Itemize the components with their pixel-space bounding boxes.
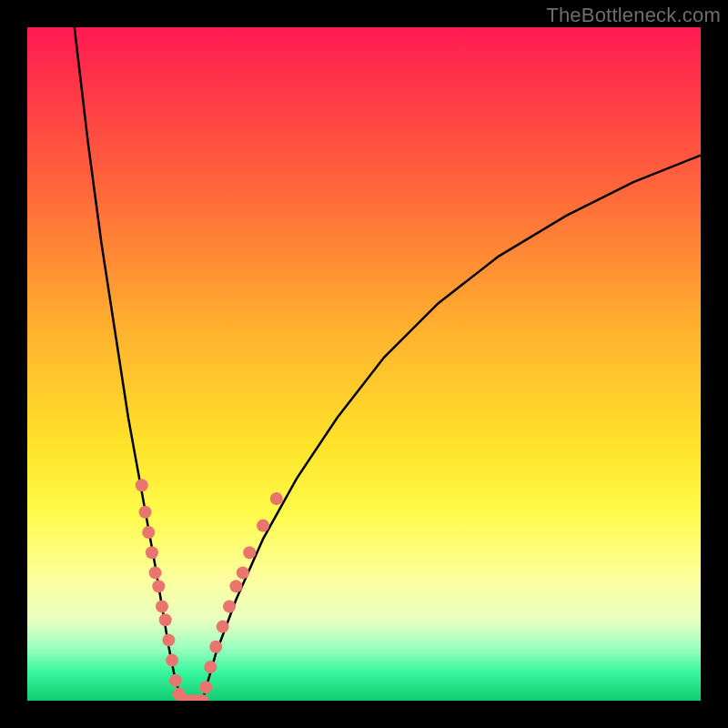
marker-dot [162, 633, 175, 646]
marker-dot [217, 621, 229, 633]
marker-dot [156, 600, 168, 612]
data-markers [136, 479, 283, 701]
marker-dot [237, 566, 249, 579]
curve-right-branch [202, 156, 701, 701]
marker-dot [229, 580, 242, 592]
marker-dot [166, 654, 178, 667]
marker-dot [204, 661, 217, 673]
marker-dot [169, 674, 182, 687]
watermark-text: TheBottleneck.com [546, 4, 721, 27]
marker-dot [159, 613, 172, 626]
marker-dot [243, 546, 256, 559]
marker-dot [257, 520, 269, 532]
marker-dot [209, 641, 222, 653]
marker-dot [146, 546, 158, 559]
plot-area [27, 27, 701, 701]
marker-dot [136, 479, 148, 491]
marker-dot [152, 580, 165, 592]
marker-dot [142, 526, 155, 539]
marker-dot [223, 600, 236, 612]
marker-dot [270, 492, 283, 505]
curve-layer [27, 27, 701, 701]
chart-stage: TheBottleneck.com [0, 0, 728, 728]
marker-dot [139, 506, 152, 519]
marker-dot [149, 566, 162, 579]
curve-left-branch [75, 27, 182, 701]
marker-dot [199, 681, 212, 693]
